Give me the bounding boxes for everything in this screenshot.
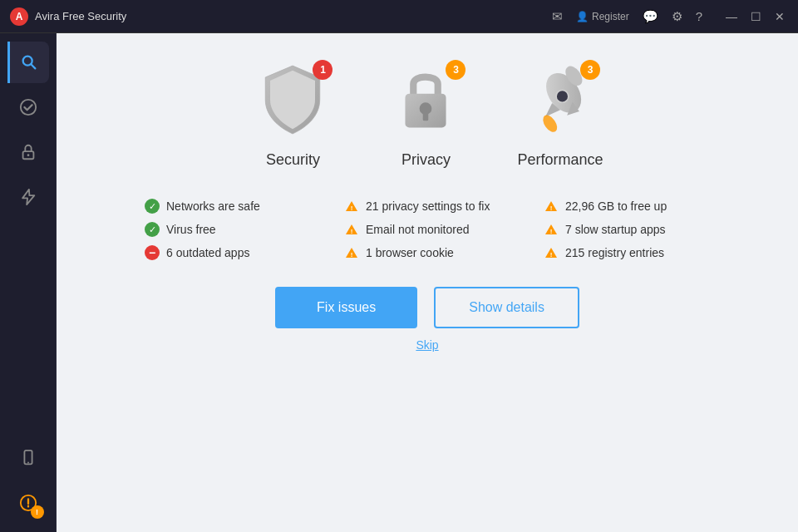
issue-registry: ! 215 registry entries bbox=[544, 245, 710, 260]
email-icon[interactable]: ✉ bbox=[552, 9, 563, 24]
sidebar-item-security[interactable] bbox=[7, 86, 49, 128]
issue-free-up: ! 22,96 GB to free up bbox=[544, 199, 710, 214]
svg-point-14 bbox=[540, 112, 560, 134]
status-orange-warn-5: ! bbox=[544, 222, 559, 237]
svg-rect-10 bbox=[423, 111, 429, 121]
security-card: 1 Security bbox=[251, 58, 334, 169]
chat-icon[interactable]: 💬 bbox=[643, 9, 658, 24]
privacy-issues-col: ! 21 privacy settings to fix ! Email not… bbox=[344, 199, 510, 260]
issue-slow-startup: ! 7 slow startup apps bbox=[544, 222, 710, 237]
cards-row: 1 Security bbox=[90, 58, 765, 169]
privacy-icon-wrap: 3 bbox=[384, 58, 467, 141]
show-details-button[interactable]: Show details bbox=[434, 287, 579, 328]
svg-text:!: ! bbox=[351, 228, 353, 235]
security-icon-wrap: 1 bbox=[251, 58, 334, 141]
titlebar: A Avira Free Security ✉ 👤 Register 💬 ⚙ ?… bbox=[0, 0, 798, 33]
status-orange-warn-4: ! bbox=[544, 199, 559, 214]
sidebar-item-performance[interactable] bbox=[7, 176, 49, 218]
svg-point-2 bbox=[20, 100, 35, 115]
status-green-check-2: ✓ bbox=[145, 222, 160, 237]
main-content: 1 Security bbox=[57, 33, 798, 532]
app-title: Avira Free Security bbox=[35, 10, 126, 22]
status-orange-warn-3: ! bbox=[344, 245, 359, 260]
svg-text:!: ! bbox=[550, 228, 553, 235]
sidebar-item-privacy[interactable] bbox=[7, 131, 49, 173]
svg-point-4 bbox=[27, 154, 29, 156]
security-label: Security bbox=[266, 151, 320, 169]
issues-row: ✓ Networks are safe ✓ Virus free − 6 out… bbox=[90, 199, 765, 260]
issue-outdated-apps: − 6 outdated apps bbox=[145, 245, 311, 260]
svg-point-13 bbox=[556, 91, 569, 103]
issue-email-not-monitored: ! Email not monitored bbox=[344, 222, 510, 237]
issue-virus-free: ✓ Virus free bbox=[145, 222, 311, 237]
sidebar: ! bbox=[0, 33, 57, 532]
status-orange-warn-2: ! bbox=[344, 222, 359, 237]
svg-text:!: ! bbox=[550, 251, 553, 259]
sidebar-item-device[interactable] bbox=[7, 437, 49, 479]
issue-privacy-settings: ! 21 privacy settings to fix bbox=[344, 199, 510, 214]
privacy-label: Privacy bbox=[401, 151, 451, 169]
avira-logo: A bbox=[10, 7, 28, 26]
fix-issues-button[interactable]: Fix issues bbox=[275, 287, 417, 328]
status-orange-warn-1: ! bbox=[344, 199, 359, 214]
status-orange-warn-6: ! bbox=[544, 245, 559, 260]
performance-issues-col: ! 22,96 GB to free up ! 7 slow startup a… bbox=[544, 199, 710, 260]
user-icon: 👤 bbox=[576, 11, 589, 22]
status-red-minus: − bbox=[145, 245, 160, 260]
app-body: ! bbox=[0, 33, 798, 532]
svg-point-6 bbox=[27, 462, 29, 464]
performance-badge: 3 bbox=[580, 60, 600, 80]
privacy-card: 3 Privacy bbox=[384, 58, 467, 169]
issue-networks-safe: ✓ Networks are safe bbox=[145, 199, 311, 214]
svg-line-1 bbox=[31, 64, 35, 68]
performance-card: 3 Performance bbox=[517, 58, 603, 169]
svg-text:!: ! bbox=[550, 204, 553, 212]
svg-text:!: ! bbox=[351, 204, 353, 212]
security-issues-col: ✓ Networks are safe ✓ Virus free − 6 out… bbox=[145, 199, 311, 260]
register-button[interactable]: 👤 Register bbox=[576, 11, 629, 22]
close-button[interactable]: ✕ bbox=[771, 8, 788, 25]
upgrade-badge: ! bbox=[31, 505, 44, 519]
minimize-button[interactable]: — bbox=[722, 8, 741, 25]
sidebar-item-search[interactable] bbox=[7, 42, 49, 83]
issue-browser-cookie: ! 1 browser cookie bbox=[344, 245, 510, 260]
restore-button[interactable]: ☐ bbox=[747, 8, 765, 25]
sidebar-bottom: ! bbox=[7, 437, 49, 532]
buttons-row: Fix issues Show details bbox=[275, 287, 579, 328]
performance-label: Performance bbox=[517, 151, 603, 169]
help-icon[interactable]: ? bbox=[696, 9, 702, 23]
svg-text:!: ! bbox=[351, 251, 353, 259]
skip-link[interactable]: Skip bbox=[416, 338, 438, 352]
performance-icon-wrap: 3 bbox=[519, 58, 602, 141]
settings-icon[interactable]: ⚙ bbox=[672, 9, 682, 24]
sidebar-item-upgrade[interactable]: ! bbox=[7, 482, 49, 524]
status-green-check: ✓ bbox=[145, 199, 160, 214]
